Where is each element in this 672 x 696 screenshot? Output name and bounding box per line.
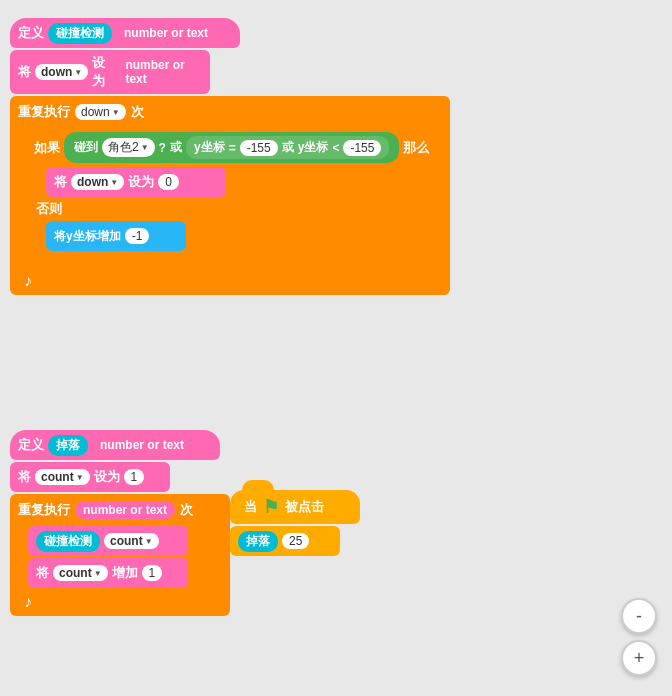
sprite2-dropdown[interactable]: 角色2 ▼ <box>102 138 155 157</box>
if-row: 如果 碰到 角色2 ▼ ? 或 y坐标 <box>28 128 450 167</box>
val-1: 1 <box>124 469 145 485</box>
set-label-inner: 将 <box>54 173 67 191</box>
drop-call-block: 掉落 25 <box>230 526 340 556</box>
touch-label: 碰到 <box>74 139 98 156</box>
define-name-1: 碰撞检测 <box>48 23 112 44</box>
change-count-block: 将 count ▼ 增加 1 <box>28 558 188 588</box>
touch-call-label: 碰撞检测 <box>36 531 100 552</box>
repeat-block-outer: 重复执行 down ▼ 次 如果 碰到 <box>10 96 450 295</box>
set-down-block: 将 down ▼ 设为 number or text <box>10 50 210 94</box>
flag-clicked: 被点击 <box>285 498 324 516</box>
repeat-top-row-2: 重复执行 number or text 次 <box>10 494 230 526</box>
script-group-2: 定义 掉落 number or text 将 count ▼ 设为 1 重复执行 <box>10 430 230 616</box>
condition-hex: 碰到 角色2 ▼ ? 或 y坐标 = -155 <box>64 132 399 163</box>
end-bracket-2: ♪ <box>24 593 32 610</box>
val-neg155a: -155 <box>240 140 278 156</box>
set-to-2: 设为 <box>94 468 120 486</box>
flag-icon: ⚑ <box>263 496 279 518</box>
repeat-bracket-bottom: ♪ <box>10 267 450 295</box>
set-label-1: 将 <box>18 63 31 81</box>
drop-call-label: 掉落 <box>238 531 278 552</box>
define-block-2: 定义 掉落 number or text <box>10 430 220 460</box>
if-body: 将 down ▼ 设为 0 <box>46 167 450 197</box>
question-mark: ? <box>159 141 166 155</box>
repeat-label-2: 重复执行 <box>18 501 70 519</box>
set-to-label-inner: 设为 <box>128 173 154 191</box>
flag-hat-block: 当 ⚑ 被点击 <box>230 490 360 524</box>
set-param-1: number or text <box>117 56 202 88</box>
y-coord-label-2: y坐标 <box>298 139 329 156</box>
drop-call-val: 25 <box>282 533 309 549</box>
flag-label: 当 <box>244 498 257 516</box>
script-group-3: 当 ⚑ 被点击 掉落 25 <box>230 490 360 556</box>
count-dropdown-2[interactable]: count ▼ <box>104 533 159 549</box>
or-label-2: 或 <box>282 139 294 156</box>
set-to-label-1: 设为 <box>92 54 113 90</box>
script-group-1: 定义 碰撞检测 number or text 将 down ▼ 设为 numbe… <box>10 18 450 295</box>
times-label-1: 次 <box>131 103 144 121</box>
define-param-1: number or text <box>116 24 216 42</box>
or-label-1: 或 <box>170 139 182 156</box>
set-label-2: 将 <box>18 468 31 486</box>
set-count-block: 将 count ▼ 设为 1 <box>10 462 170 492</box>
hat-bump <box>242 480 274 494</box>
repeat-block-2: 重复执行 number or text 次 碰撞检测 count ▼ <box>10 494 230 616</box>
define-block-1: 定义 碰撞检测 number or text <box>10 18 240 48</box>
times-label-2: 次 <box>180 501 193 519</box>
down-dropdown[interactable]: down ▼ <box>35 64 88 80</box>
down-dropdown-inner[interactable]: down ▼ <box>71 174 124 190</box>
end-bracket-1: ♪ <box>24 272 32 290</box>
if-bottom-spacer <box>28 251 450 267</box>
else-body: 将y坐标增加 -1 <box>46 221 450 251</box>
else-label: 否则 <box>28 197 450 221</box>
val0: 0 <box>158 174 179 190</box>
define-name-2: 掉落 <box>48 435 88 456</box>
y-change-val: -1 <box>125 228 150 244</box>
zoom-out-button[interactable]: - <box>621 598 657 634</box>
if-label: 如果 <box>34 139 60 157</box>
count-dropdown-3[interactable]: count ▼ <box>53 565 108 581</box>
repeat-bracket-bottom-2: ♪ <box>10 588 230 616</box>
lt-label: < <box>332 141 339 155</box>
change-val: 1 <box>142 565 163 581</box>
scratch-canvas: 定义 碰撞检测 number or text 将 down ▼ 设为 numbe… <box>0 0 672 696</box>
repeat-top-row: 重复执行 down ▼ 次 <box>10 96 450 128</box>
equals-label: = <box>229 141 236 155</box>
repeat-inner-2: 碰撞检测 count ▼ 将 count ▼ 增加 <box>28 526 230 588</box>
define-label-1: 定义 <box>18 24 44 42</box>
define-param-2: number or text <box>92 436 192 454</box>
set-down-inner: 将 down ▼ 设为 0 <box>46 167 226 197</box>
y-change-label: 将y坐标增加 <box>54 228 121 245</box>
y-cond-1: y坐标 = -155 或 y坐标 < -155 <box>186 136 389 159</box>
repeat-label-1: 重复执行 <box>18 103 70 121</box>
touch-call-block: 碰撞检测 count ▼ <box>28 526 188 556</box>
down-var-dropdown[interactable]: down ▼ <box>75 104 126 120</box>
zoom-in-button[interactable]: + <box>621 640 657 676</box>
if-block-wrapper: 如果 碰到 角色2 ▼ ? 或 y坐标 <box>28 128 450 267</box>
change-by-label: 增加 <box>112 564 138 582</box>
count-dropdown-1[interactable]: count ▼ <box>35 469 90 485</box>
y-change-block: 将y坐标增加 -1 <box>46 221 186 251</box>
define-label-2: 定义 <box>18 436 44 454</box>
then-label: 那么 <box>403 139 429 157</box>
change-label: 将 <box>36 564 49 582</box>
val-neg155b: -155 <box>343 140 381 156</box>
y-coord-label-1: y坐标 <box>194 139 225 156</box>
repeat-param-2: number or text <box>75 501 175 519</box>
